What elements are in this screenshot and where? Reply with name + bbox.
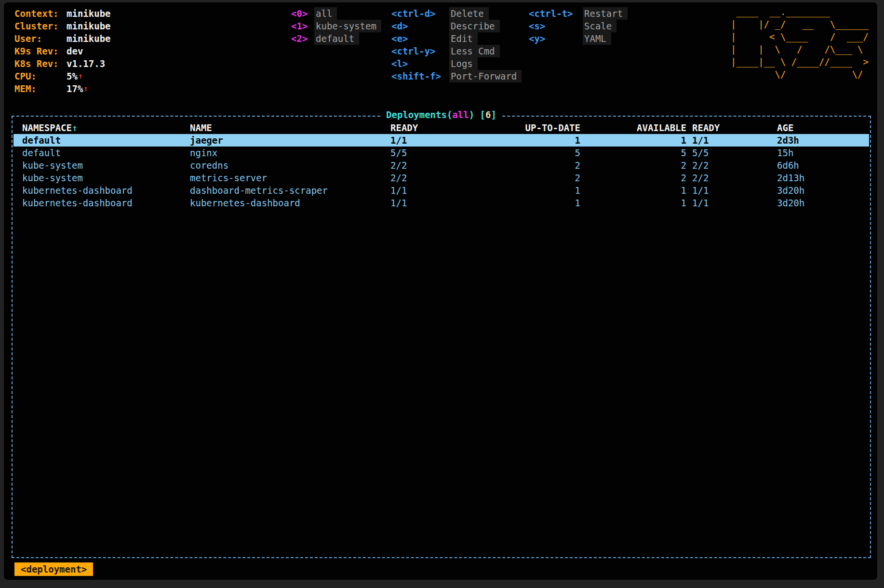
table-cell: 5/5 bbox=[390, 147, 407, 159]
table-cell: kube-system bbox=[22, 159, 83, 172]
column-header[interactable]: AVAILABLE bbox=[590, 121, 686, 134]
shortcut-label: all bbox=[314, 7, 337, 20]
column-header-label: NAME bbox=[190, 122, 212, 133]
table-title-part: all bbox=[452, 109, 469, 120]
table-cell: 1/1 bbox=[390, 197, 407, 209]
column-header-label: UP-TO-DATE bbox=[525, 122, 580, 133]
column-header[interactable]: AGE bbox=[777, 121, 793, 134]
cluster-info-value: minikube bbox=[67, 20, 111, 32]
shortcut-label: Port-Forward bbox=[449, 70, 522, 82]
table-cell: 1 bbox=[590, 134, 686, 147]
table-cell: 2d3h bbox=[777, 134, 799, 147]
table-cell: 2 bbox=[485, 172, 580, 184]
table-cell: 5/5 bbox=[692, 147, 709, 159]
table-row[interactable]: kube-systemcoredns2/2222/26d6h bbox=[13, 159, 869, 172]
table-cell: 1/1 bbox=[692, 184, 709, 197]
terminal-screen: Context:minikubeCluster:minikubeUser:min… bbox=[4, 2, 877, 580]
cluster-info-label: K8s Rev: bbox=[14, 57, 67, 70]
cluster-info-row: Context:minikube bbox=[14, 7, 111, 20]
cluster-info-value: dev bbox=[67, 45, 83, 57]
table-cell: metrics-server bbox=[190, 172, 267, 184]
table-cell: jaeger bbox=[190, 134, 223, 147]
table-cell: 1 bbox=[485, 134, 580, 147]
shortcut-label: Describe bbox=[449, 20, 500, 32]
table-header-row: NAMESPACE↑NAMEREADYUP-TO-DATEAVAILABLERE… bbox=[13, 121, 869, 134]
table-cell: 1 bbox=[485, 184, 580, 197]
table-title-part: ] bbox=[491, 109, 496, 120]
column-header[interactable]: READY bbox=[390, 121, 418, 134]
breadcrumb-deployment[interactable]: <deployment> bbox=[14, 562, 93, 576]
column-header[interactable]: NAME bbox=[190, 121, 212, 134]
menu-item[interactable]: <ctrl-y>Less Cmd bbox=[391, 45, 522, 57]
column-header-label: AGE bbox=[777, 122, 793, 133]
table-cell: 15h bbox=[777, 147, 793, 159]
column-header-label: AVAILABLE bbox=[637, 122, 686, 133]
table-cell: 2d13h bbox=[777, 172, 804, 184]
shortcut-key: <ctrl-d> bbox=[391, 7, 449, 20]
table-row[interactable]: defaultnginx5/5555/515h bbox=[13, 147, 869, 159]
shortcut-label: Less Cmd bbox=[449, 45, 500, 57]
shortcut-label: YAML bbox=[583, 32, 611, 45]
column-header[interactable]: READY bbox=[692, 121, 720, 134]
cluster-info-row: User:minikube bbox=[14, 32, 111, 45]
column-header[interactable]: NAMESPACE↑ bbox=[22, 121, 77, 134]
table-cell: kubernetes-dashboard bbox=[22, 184, 133, 197]
table-title-part: 6 bbox=[485, 109, 491, 120]
table-row[interactable]: kubernetes-dashboardkubernetes-dashboard… bbox=[13, 197, 869, 209]
shortcut-key: <d> bbox=[391, 20, 449, 32]
shortcut-key: <shift-f> bbox=[391, 70, 449, 82]
shortcut-label: Edit bbox=[449, 32, 478, 45]
menu-item[interactable]: <shift-f>Port-Forward bbox=[391, 70, 522, 82]
shortcut-label: Restart bbox=[583, 7, 628, 20]
shortcut-label: Scale bbox=[583, 20, 616, 32]
menu-item[interactable]: <ctrl-t>Restart bbox=[529, 7, 628, 20]
menu-item[interactable]: <s>Scale bbox=[529, 20, 628, 32]
table-cell: kubernetes-dashboard bbox=[22, 197, 133, 209]
column-header[interactable]: UP-TO-DATE bbox=[485, 121, 580, 134]
cluster-info-label: Context: bbox=[14, 7, 67, 20]
shortcut-key: <1> bbox=[291, 20, 314, 32]
table-cell: 1/1 bbox=[692, 197, 709, 209]
column-header-label: READY bbox=[390, 122, 418, 133]
cluster-info-value: v1.17.3 bbox=[67, 57, 105, 70]
menu-item[interactable]: <ctrl-d>Delete bbox=[391, 7, 522, 20]
table-cell: 2/2 bbox=[390, 172, 407, 184]
table-cell: 1 bbox=[590, 184, 686, 197]
cluster-info-label: CPU: bbox=[14, 70, 67, 82]
table-cell: dashboard-metrics-scraper bbox=[190, 184, 328, 197]
cluster-info-label: User: bbox=[14, 32, 67, 45]
shortcut-key: <ctrl-t> bbox=[529, 7, 583, 20]
table-cell: 6d6h bbox=[777, 159, 799, 172]
shortcut-key: <2> bbox=[291, 32, 314, 45]
cluster-info-value: 17% bbox=[67, 82, 83, 95]
menu-item[interactable]: <e>Edit bbox=[391, 32, 522, 45]
table-cell: 2 bbox=[590, 172, 686, 184]
table-cell: 3d20h bbox=[777, 184, 804, 197]
shortcut-label: default bbox=[314, 32, 359, 45]
menu-item[interactable]: <l>Logs bbox=[391, 57, 522, 70]
cluster-info-value: minikube bbox=[67, 7, 111, 20]
table-title-part: Deployments( bbox=[386, 109, 452, 120]
namespace-shortcut-item[interactable]: <1>kube-system bbox=[291, 20, 381, 32]
sort-arrow-icon: ↑ bbox=[72, 122, 77, 133]
table-cell: coredns bbox=[190, 159, 228, 172]
namespace-shortcut-item[interactable]: <2>default bbox=[291, 32, 381, 45]
table-cell: kube-system bbox=[22, 172, 83, 184]
shortcut-key: <s> bbox=[529, 20, 583, 32]
table-cell: 2/2 bbox=[692, 159, 709, 172]
menu-item[interactable]: <y>YAML bbox=[529, 32, 628, 45]
deployments-table: Deployments(all) [6] NAMESPACE↑NAMEREADY… bbox=[12, 116, 871, 558]
cluster-info-label: K9s Rev: bbox=[14, 45, 67, 57]
table-row[interactable]: kubernetes-dashboarddashboard-metrics-sc… bbox=[13, 184, 869, 197]
keybinding-menu-secondary: <ctrl-t>Restart<s>Scale<y>YAML bbox=[529, 7, 628, 45]
table-cell: 2 bbox=[590, 159, 686, 172]
table-cell: 3d20h bbox=[777, 197, 804, 209]
table-cell: kubernetes-dashboard bbox=[190, 197, 300, 209]
table-cell: default bbox=[22, 134, 61, 147]
table-row[interactable]: kube-systemmetrics-server2/2222/22d13h bbox=[13, 172, 869, 184]
trend-up-icon: ↑ bbox=[78, 70, 83, 82]
column-header-label: NAMESPACE bbox=[22, 122, 72, 133]
table-row[interactable]: defaultjaeger1/1111/12d3h bbox=[13, 134, 869, 147]
menu-item[interactable]: <d>Describe bbox=[391, 20, 522, 32]
namespace-shortcut-item[interactable]: <0>all bbox=[291, 7, 381, 20]
